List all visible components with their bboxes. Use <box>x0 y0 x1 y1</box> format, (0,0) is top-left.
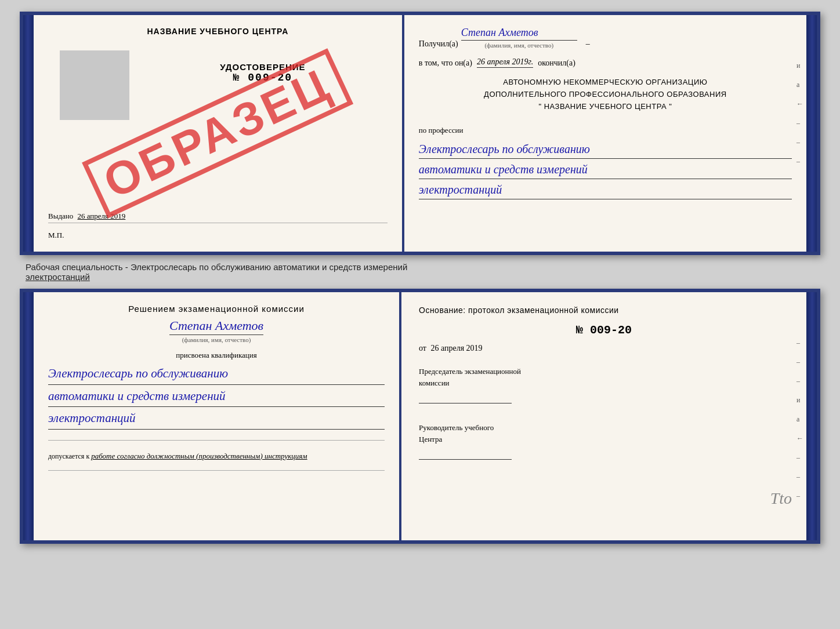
side-mark-dash2: – <box>796 138 803 147</box>
side-mark-arrow: ← <box>796 100 803 108</box>
qual-left-page: Решением экзаменационной комиссии Степан… <box>34 292 401 540</box>
top-certificate: НАЗВАНИЕ УЧЕБНОГО ЦЕНТРА УДОСТОВЕРЕНИЕ №… <box>20 12 820 255</box>
from-prefix: от <box>419 344 426 352</box>
chair-line1: Председатель экзаменационной <box>419 366 789 377</box>
dash-after-name: – <box>586 39 590 49</box>
tto-mark: Tto <box>770 489 792 508</box>
subtitle-normal: Рабочая специальность - Электрослесарь п… <box>26 262 407 272</box>
cert-date: 26 апреля 2019г. <box>477 57 533 68</box>
org-line2: ДОПОЛНИТЕЛЬНОГО ПРОФЕССИОНАЛЬНОГО ОБРАЗО… <box>419 89 792 101</box>
fio-label-top: (фамилия, имя, отчество) <box>461 42 577 49</box>
subtitle-underlined: электростанций <box>26 272 90 282</box>
qsm-dash4: – <box>796 453 803 462</box>
qual-divider <box>48 440 385 441</box>
profession-line1: Электрослесарь по обслуживанию <box>419 141 792 159</box>
admits-line: допускается к работе согласно должностны… <box>48 452 385 461</box>
qsm-a: а <box>796 415 803 424</box>
divider <box>48 223 388 223</box>
profession-block: Электрослесарь по обслуживанию автоматик… <box>419 141 792 199</box>
issued-date: 26 апреля 2019 <box>78 212 126 220</box>
cert-number: № 009-20 <box>138 72 388 83</box>
from-date: 26 апреля 2019 <box>430 344 482 352</box>
qual-person-name: Степан Ахметов <box>169 318 263 335</box>
org-line1: АВТОНОМНУЮ НЕКОММЕРЧЕСКУЮ ОРГАНИЗАЦИЮ <box>419 77 792 89</box>
admits-text: работе согласно должностным (производств… <box>91 452 307 460</box>
qual-right-page: Основание: протокол экзаменационной коми… <box>401 292 806 540</box>
assigned-label: присвоена квалификация <box>48 351 385 360</box>
photo-placeholder <box>60 50 129 120</box>
in-that-line: в том, что он(а) 26 апреля 2019г. окончи… <box>419 57 792 68</box>
cert-left-page: НАЗВАНИЕ УЧЕБНОГО ЦЕНТРА УДОСТОВЕРЕНИЕ №… <box>34 15 404 252</box>
side-mark-dash1: – <box>796 119 803 128</box>
book-spine-right <box>806 15 817 252</box>
issued-label: Выдано <box>48 212 73 220</box>
org-line3: " НАЗВАНИЕ УЧЕБНОГО ЦЕНТРА " <box>419 101 792 113</box>
chair-sig-line <box>419 403 512 403</box>
basis-text: Основание: протокол экзаменационной коми… <box>419 306 619 315</box>
bottom-certificate: Решением экзаменационной комиссии Степан… <box>20 289 820 544</box>
profession-label: по профессии <box>419 126 792 135</box>
qual-block: Электрослесарь по обслуживанию автоматик… <box>48 365 385 430</box>
qual-fio-label: (фамилия, имя, отчество) <box>182 336 251 343</box>
profession-line2: автоматики и средств измерений <box>419 161 792 179</box>
received-line: Получил(а) Степан Ахметов (фамилия, имя,… <box>419 27 792 49</box>
qual-spine-left <box>23 292 34 540</box>
qsm-dash5: – <box>796 472 803 481</box>
qsm-dash2: – <box>796 358 803 366</box>
qsm-i: и <box>796 396 803 405</box>
qsm-dash1: – <box>796 339 803 347</box>
chair-role: Председатель экзаменационной комиссии <box>419 366 789 388</box>
school-title: НАЗВАНИЕ УЧЕБНОГО ЦЕНТРА <box>48 27 388 36</box>
main-container: НАЗВАНИЕ УЧЕБНОГО ЦЕНТРА УДОСТОВЕРЕНИЕ №… <box>20 12 820 544</box>
basis-block: Основание: протокол экзаменационной коми… <box>419 304 789 317</box>
qual-spine-right <box>806 292 817 540</box>
in-that-prefix: в том, что он(а) <box>419 59 472 68</box>
head-signature-block: Руководитель учебного Центра <box>419 422 789 463</box>
decision-line: Решением экзаменационной комиссии <box>48 304 385 314</box>
issued-line: Выдано 26 апреля 2019 <box>48 206 388 221</box>
org-block: АВТОНОМНУЮ НЕКОММЕРЧЕСКУЮ ОРГАНИЗАЦИЮ ДО… <box>419 77 792 112</box>
side-mark-a: а <box>796 81 803 89</box>
qual-side-marks: – – – и а ← – – – <box>796 339 803 500</box>
from-date-line: от 26 апреля 2019 <box>419 344 789 353</box>
side-marks: и а ← – – – <box>796 61 803 166</box>
qsm-dash3: – <box>796 377 803 386</box>
head-role: Руководитель учебного Центра <box>419 422 789 445</box>
side-mark-i: и <box>796 61 803 70</box>
admits-divider <box>48 470 385 471</box>
received-prefix: Получил(а) <box>419 39 458 49</box>
chair-signature-block: Председатель экзаменационной комиссии <box>419 366 789 406</box>
finished-label: окончил(а) <box>538 59 575 68</box>
qual-line1: Электрослесарь по обслуживанию <box>48 365 385 385</box>
qual-line3: электростанций <box>48 409 385 430</box>
subtitle-block: Рабочая специальность - Электрослесарь п… <box>20 262 820 282</box>
mp-line: М.П. <box>48 231 388 240</box>
received-name: Степан Ахметов <box>461 27 577 41</box>
cert-udost-label: УДОСТОВЕРЕНИЕ <box>138 62 388 72</box>
book-spine-left <box>23 15 34 252</box>
profession-line3: электростанций <box>419 181 792 199</box>
head-line1: Руководитель учебного <box>419 422 789 434</box>
admits-prefix: допускается к <box>48 452 89 460</box>
qsm-dash6: – <box>796 492 803 500</box>
head-sig-line <box>419 459 512 460</box>
qual-line2: автоматики и средств измерений <box>48 387 385 408</box>
chair-line2: комиссии <box>419 377 789 389</box>
cert-right-page: Получил(а) Степан Ахметов (фамилия, имя,… <box>404 15 806 252</box>
protocol-number: № 009-20 <box>419 323 789 337</box>
cert-title-block: УДОСТОВЕРЕНИЕ № 009-20 <box>138 62 388 83</box>
side-mark-dash3: – <box>796 157 803 166</box>
qsm-arrow: ← <box>796 434 803 443</box>
head-line2: Центра <box>419 434 789 445</box>
